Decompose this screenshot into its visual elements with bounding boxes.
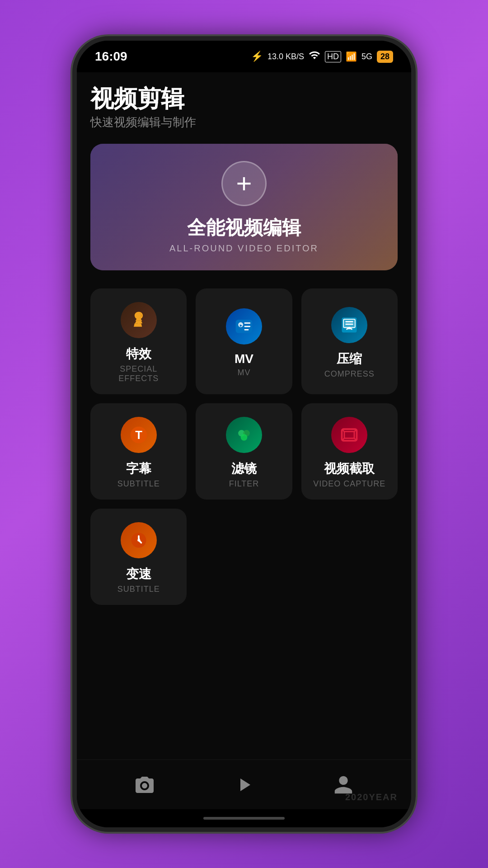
create-title: 全能视频编辑	[187, 215, 301, 241]
phone-frame: 16:09 ⚡ 13.0 KB/S HD 📶 5G 28 视频剪辑 快速视频编辑…	[72, 36, 416, 832]
battery-icon: 28	[377, 51, 393, 63]
capture-name-en: VIDEO CAPTURE	[313, 479, 385, 489]
mv-icon	[226, 308, 262, 344]
svg-text:T: T	[135, 429, 142, 441]
svg-rect-4	[343, 319, 355, 327]
nav-camera[interactable]	[132, 772, 157, 797]
app-title: 视频剪辑	[90, 86, 398, 112]
status-bar: 16:09 ⚡ 13.0 KB/S HD 📶 5G 28	[77, 41, 411, 72]
nav-play[interactable]	[231, 772, 257, 797]
capture-name-zh: 视频截取	[324, 460, 375, 477]
svg-point-17	[137, 539, 140, 542]
compress-name-en: COMPRESS	[324, 369, 375, 379]
watermark: 2020YEAR	[345, 792, 398, 802]
subtitle-name-en: SUBTITLE	[117, 479, 160, 489]
tool-mv[interactable]: MV MV	[196, 288, 292, 394]
special-effects-name-zh: 特效	[126, 345, 151, 363]
mv-name-zh: MV	[235, 352, 253, 366]
create-subtitle: ALL-ROUND VIDEO EDITOR	[169, 243, 319, 254]
tool-grid-row1: 特效 SPECIAL EFFECTS MV MV	[90, 288, 398, 394]
speed-icon	[121, 522, 157, 558]
subtitle-icon: T	[121, 417, 157, 453]
special-effects-name-en: SPECIAL EFFECTS	[99, 364, 178, 383]
mv-name-en: MV	[237, 368, 250, 377]
subtitle-name-zh: 字幕	[126, 460, 151, 477]
svg-point-9	[241, 434, 248, 441]
tool-grid-row3: 变速 SUBTITLE	[90, 509, 398, 605]
network-speed: 13.0 KB/S	[267, 52, 304, 61]
speed-name-en: SUBTITLE	[117, 585, 160, 594]
special-effects-icon	[121, 302, 157, 338]
camera-nav-icon	[132, 772, 157, 797]
tool-video-capture[interactable]: 视频截取 VIDEO CAPTURE	[301, 403, 398, 500]
filter-name-en: FILTER	[229, 479, 259, 489]
app-content: 视频剪辑 快速视频编辑与制作 + 全能视频编辑 ALL-ROUND VIDEO …	[77, 72, 411, 760]
filter-name-zh: 滤镜	[231, 460, 257, 477]
compress-name-zh: 压缩	[337, 350, 362, 368]
home-bar	[203, 817, 285, 820]
play-nav-icon	[231, 772, 257, 797]
app-header: 视频剪辑 快速视频编辑与制作	[90, 86, 398, 130]
tool-special-effects[interactable]: 特效 SPECIAL EFFECTS	[90, 288, 187, 394]
plus-icon: +	[221, 161, 267, 206]
bluetooth-icon: ⚡	[251, 51, 263, 62]
tool-filter[interactable]: 滤镜 FILTER	[196, 403, 292, 500]
tool-subtitle[interactable]: T 字幕 SUBTITLE	[90, 403, 187, 500]
tool-compress[interactable]: 压缩 COMPRESS	[301, 288, 398, 394]
network-type: 5G	[361, 52, 372, 61]
app-subtitle: 快速视频编辑与制作	[90, 114, 398, 130]
tool-speed[interactable]: 变速 SUBTITLE	[90, 509, 187, 605]
status-icons: ⚡ 13.0 KB/S HD 📶 5G 28	[251, 49, 393, 64]
status-time: 16:09	[95, 49, 127, 64]
wifi-icon	[309, 49, 320, 64]
svg-rect-11	[344, 432, 354, 439]
capture-icon	[331, 417, 367, 453]
tool-grid-row2: T 字幕 SUBTITLE 滤镜 FILTER	[90, 403, 398, 500]
create-video-button[interactable]: + 全能视频编辑 ALL-ROUND VIDEO EDITOR	[90, 144, 398, 270]
hd-badge: HD	[325, 51, 341, 62]
signal-icon: 📶	[346, 51, 357, 62]
speed-name-zh: 变速	[126, 566, 151, 583]
svg-point-0	[136, 313, 141, 318]
compress-icon	[331, 307, 367, 343]
home-indicator	[77, 809, 411, 827]
svg-point-2	[238, 322, 243, 327]
filter-icon	[226, 417, 262, 453]
